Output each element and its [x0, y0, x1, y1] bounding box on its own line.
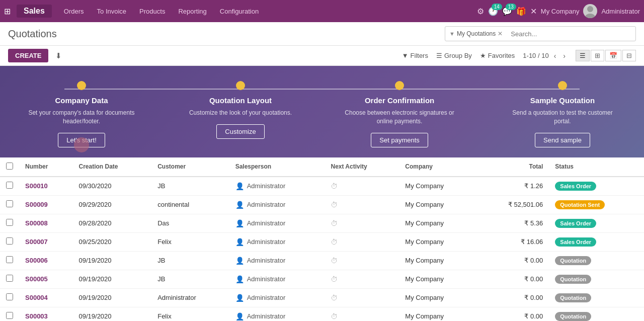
row-checkbox-cell: [0, 307, 19, 321]
create-button[interactable]: CREATE: [8, 49, 48, 62]
row-next-activity: ⏱: [325, 307, 399, 321]
filter-label: My Quotations: [457, 30, 496, 37]
step-btn-3[interactable]: Set payments: [371, 133, 428, 147]
salesperson-icon: 👤: [235, 238, 244, 246]
grid-icon[interactable]: ⊞: [4, 7, 11, 16]
col-total[interactable]: Total: [477, 157, 549, 177]
activity-icon[interactable]: ⏱: [331, 182, 338, 190]
close-icon[interactable]: ✕: [530, 7, 537, 16]
row-next-activity: ⏱: [325, 251, 399, 270]
salesperson-name: Administrator: [247, 238, 286, 246]
salesperson-name: Administrator: [247, 182, 286, 190]
col-company[interactable]: Company: [399, 157, 476, 177]
step-dot-3: [395, 81, 404, 90]
activities-icon[interactable]: 🕐 14: [488, 7, 498, 16]
svg-point-1: [585, 14, 595, 18]
activity-icon[interactable]: ⏱: [331, 201, 338, 209]
table-row: S00006 09/19/2020 JB 👤 Administrator ⏱ M…: [0, 251, 644, 270]
activity-icon[interactable]: ⏱: [331, 312, 338, 320]
row-status: Quotation: [549, 307, 644, 321]
messages-icon[interactable]: 💬 13: [502, 7, 512, 16]
row-customer: continental: [151, 195, 229, 214]
row-checkbox-cell: [0, 232, 19, 251]
salesperson-name: Administrator: [247, 294, 286, 301]
filter-remove-btn[interactable]: ✕: [498, 30, 503, 37]
row-number[interactable]: S00010: [19, 177, 73, 196]
col-creation-date[interactable]: Creation Date: [73, 157, 152, 177]
col-next-activity[interactable]: Next Activity: [325, 157, 399, 177]
group-by-button[interactable]: ☰ Group By: [436, 52, 472, 59]
activity-icon[interactable]: ⏱: [331, 219, 338, 227]
app-logo[interactable]: Sales: [17, 5, 52, 18]
select-all-header: [0, 157, 19, 177]
status-badge: Quotation: [555, 293, 591, 302]
table-row: S00010 09/30/2020 JB 👤 Administrator ⏱ M…: [0, 177, 644, 196]
activity-icon[interactable]: ⏱: [331, 294, 338, 302]
view-list-button[interactable]: ☰: [576, 50, 590, 61]
table-header-row: Number Creation Date Customer Salesperso…: [0, 157, 644, 177]
settings-icon[interactable]: ⚙: [477, 7, 484, 16]
row-company: My Company: [399, 307, 476, 321]
table-row: S00009 09/29/2020 continental 👤 Administ…: [0, 195, 644, 214]
filters-button[interactable]: ▼ Filters: [402, 52, 428, 59]
pagination-prev[interactable]: ‹: [552, 51, 558, 61]
nav-products[interactable]: Products: [133, 5, 171, 18]
nav-configuration[interactable]: Configuration: [214, 5, 265, 18]
col-status[interactable]: Status: [549, 157, 644, 177]
row-checkbox-1[interactable]: [6, 200, 13, 207]
row-checkbox-5[interactable]: [6, 275, 13, 282]
select-all-checkbox[interactable]: [6, 163, 13, 170]
row-customer: JB: [151, 270, 229, 288]
nav-reporting[interactable]: Reporting: [172, 5, 212, 18]
activity-icon[interactable]: ⏱: [331, 257, 338, 265]
toolbar-filters: ▼ Filters ☰ Group By ★ Favorites 1-10 / …: [402, 50, 636, 61]
row-creation-date: 09/29/2020: [73, 195, 152, 214]
activities-badge: 14: [492, 4, 502, 10]
avatar-circle-1: [74, 137, 89, 152]
view-kanban-button[interactable]: ⊞: [591, 50, 604, 61]
nav-to-invoice[interactable]: To Invoice: [91, 5, 133, 18]
row-number[interactable]: S00008: [19, 214, 73, 232]
col-number[interactable]: Number: [19, 157, 73, 177]
favorites-label: Favorites: [488, 52, 515, 59]
row-number[interactable]: S00004: [19, 288, 73, 307]
download-button[interactable]: ⬇: [52, 49, 65, 62]
row-checkbox-0[interactable]: [6, 182, 13, 189]
pagination-next[interactable]: ›: [561, 51, 568, 61]
col-salesperson[interactable]: Salesperson: [229, 157, 325, 177]
row-number[interactable]: S00007: [19, 232, 73, 251]
search-input[interactable]: [507, 30, 635, 38]
row-checkbox-4[interactable]: [6, 256, 13, 263]
row-checkbox-2[interactable]: [6, 219, 13, 226]
row-next-activity: ⏱: [325, 214, 399, 232]
row-checkbox-7[interactable]: [6, 312, 13, 319]
status-badge: Quotation Sent: [555, 200, 605, 209]
activity-icon[interactable]: ⏱: [331, 275, 338, 283]
row-status: Quotation: [549, 251, 644, 270]
row-number[interactable]: S00006: [19, 251, 73, 270]
row-total: ₹ 52,501.06: [477, 195, 549, 214]
step-btn-2[interactable]: Customize: [216, 124, 264, 139]
status-badge: Sales Order: [555, 237, 596, 247]
row-number[interactable]: S00009: [19, 195, 73, 214]
activity-icon[interactable]: ⏱: [331, 238, 338, 246]
messages-badge: 13: [506, 4, 516, 10]
view-pivot-button[interactable]: ⊟: [622, 50, 636, 61]
favorites-button[interactable]: ★ Favorites: [480, 52, 515, 59]
nav-orders[interactable]: Orders: [58, 5, 90, 18]
row-checkbox-6[interactable]: [6, 293, 13, 300]
gift-icon[interactable]: 🎁: [516, 7, 526, 16]
row-number[interactable]: S00005: [19, 270, 73, 288]
step-title-4: Sample Quotation: [530, 96, 595, 105]
row-number[interactable]: S00003: [19, 307, 73, 321]
avatar[interactable]: [583, 4, 597, 18]
view-calendar-button[interactable]: 📅: [605, 50, 621, 61]
row-salesperson: 👤 Administrator: [229, 214, 325, 232]
col-customer[interactable]: Customer: [151, 157, 229, 177]
step-btn-4[interactable]: Send sample: [535, 133, 590, 147]
row-creation-date: 09/19/2020: [73, 270, 152, 288]
onboarding-step-3: Order Confirmation Choose between electr…: [344, 81, 455, 147]
row-company: My Company: [399, 288, 476, 307]
status-badge: Quotation: [555, 312, 591, 321]
row-checkbox-3[interactable]: [6, 237, 13, 245]
